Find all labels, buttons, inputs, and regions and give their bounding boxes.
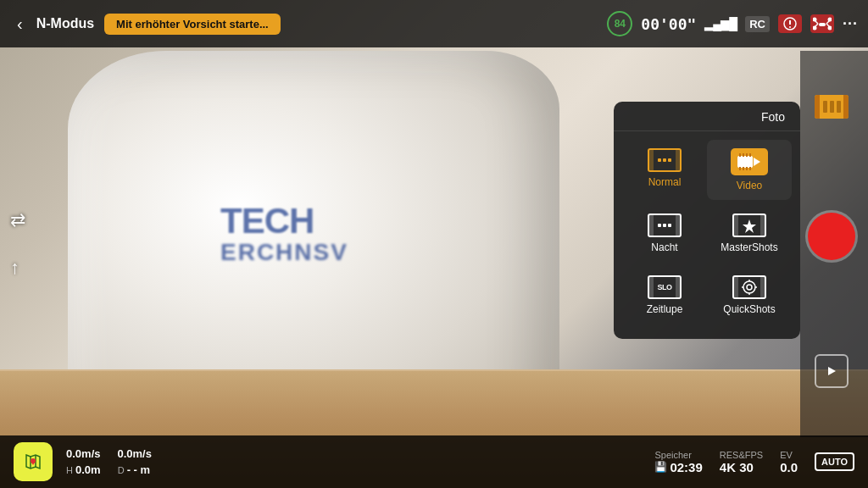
storage-stat: Speicher 💾 02:39 — [654, 450, 702, 474]
mode-item-normal[interactable]: Normal — [622, 140, 707, 200]
quickshots-icon — [732, 275, 766, 299]
zeitlupe-icon: SLO — [648, 275, 682, 299]
height-value: 0.0m — [75, 463, 101, 476]
top-bar: ‹ N-Modus Mit erhöhter Vorsicht starte..… — [0, 0, 868, 47]
distance-value: - - m — [127, 463, 150, 476]
video-icon — [731, 148, 768, 175]
more-options-button[interactable]: ··· — [843, 15, 858, 33]
svg-rect-21 — [746, 167, 748, 170]
svg-marker-14 — [754, 158, 760, 166]
quickshots-label: QuickShots — [723, 303, 775, 315]
svg-marker-12 — [828, 367, 836, 375]
mode-panel-header: Foto — [614, 110, 800, 131]
signal-strength: 84 — [607, 11, 632, 36]
svg-point-2 — [789, 26, 791, 28]
storage-value: 02:39 — [670, 460, 702, 474]
right-controls — [802, 47, 861, 435]
svg-rect-7 — [819, 23, 826, 26]
signal-bars: ▂▄▆█ — [704, 17, 737, 30]
mode-item-zeitlupe[interactable]: SLO Zeitlupe — [622, 267, 707, 324]
upload-icon[interactable]: ↑ — [10, 257, 25, 279]
svg-point-10 — [813, 26, 817, 30]
back-button[interactable]: ‹ — [10, 11, 30, 37]
svg-rect-22 — [749, 167, 751, 170]
nacht-label: Nacht — [651, 241, 677, 253]
svg-rect-13 — [737, 156, 753, 168]
mode-grid: Normal Video — [614, 136, 800, 327]
svg-point-5 — [813, 18, 817, 22]
mode-item-mastershots[interactable]: MasterShots — [707, 205, 792, 262]
resfps-value: 4K 30 — [720, 460, 754, 474]
svg-rect-20 — [743, 167, 744, 170]
mode-item-video[interactable]: Video — [707, 140, 792, 200]
svg-rect-15 — [739, 153, 741, 157]
mode-item-quickshots[interactable]: QuickShots — [707, 267, 792, 324]
svg-point-24 — [743, 281, 755, 293]
nacht-icon — [648, 214, 682, 237]
mastershots-icon — [732, 214, 766, 237]
svg-rect-19 — [739, 167, 741, 170]
mug-logo: TECH ERCHNSV — [220, 203, 441, 339]
distance-label: D — [118, 465, 127, 475]
left-controls: ⇄ ↑ — [10, 209, 25, 279]
ev-stat: EV 0.0 — [780, 450, 798, 474]
svg-rect-17 — [746, 153, 748, 157]
top-bar-right: 84 00'00" ▂▄▆█ RC ··· — [607, 11, 858, 36]
resfps-stat: RES&FPS 4K 30 — [720, 450, 763, 474]
height-label: H — [66, 465, 75, 475]
ev-value: 0.0 — [780, 460, 798, 474]
normal-label: Normal — [648, 176, 682, 188]
playback-button[interactable] — [815, 354, 849, 388]
svg-rect-18 — [749, 153, 751, 157]
mastershots-label: MasterShots — [721, 241, 777, 253]
flight-timer: 00'00" — [641, 15, 696, 33]
normal-icon — [648, 148, 682, 172]
bottom-stats: Speicher 💾 02:39 RES&FPS 4K 30 EV 0.0 AU… — [654, 450, 854, 474]
svg-rect-16 — [743, 153, 744, 157]
map-button[interactable] — [14, 442, 53, 481]
drone-icon — [810, 14, 834, 33]
speed-d-value: 0.0m/s — [117, 447, 151, 460]
record-button[interactable] — [808, 213, 855, 260]
mode-panel: Foto Normal — [614, 102, 800, 339]
mode-label: N-Modus — [36, 16, 94, 31]
resfps-label: RES&FPS — [720, 450, 763, 460]
rc-label: RC — [745, 16, 770, 32]
gallery-strip-icon[interactable] — [815, 95, 849, 119]
route-icon[interactable]: ⇄ — [10, 209, 25, 231]
svg-marker-23 — [743, 219, 756, 233]
mode-item-nacht[interactable]: Nacht — [622, 205, 707, 262]
warning-badge: Mit erhöhter Vorsicht starte... — [104, 14, 281, 35]
bottom-bar: 0.0m/s 0.0m/s H 0.0m D - - m Speicher 💾 … — [0, 435, 868, 488]
warning-icon — [778, 14, 802, 33]
speed-h-value: 0.0m/s — [66, 447, 100, 460]
ev-label: EV — [780, 450, 793, 460]
speed-info: 0.0m/s 0.0m/s H 0.0m D - - m — [66, 447, 152, 477]
video-label: Video — [737, 180, 762, 191]
storage-label: Speicher — [654, 450, 691, 460]
svg-point-11 — [827, 26, 832, 30]
svg-point-6 — [827, 18, 832, 22]
svg-point-25 — [747, 285, 752, 290]
auto-badge[interactable]: AUTO — [815, 452, 854, 471]
zeitlupe-label: Zeitlupe — [647, 303, 683, 315]
